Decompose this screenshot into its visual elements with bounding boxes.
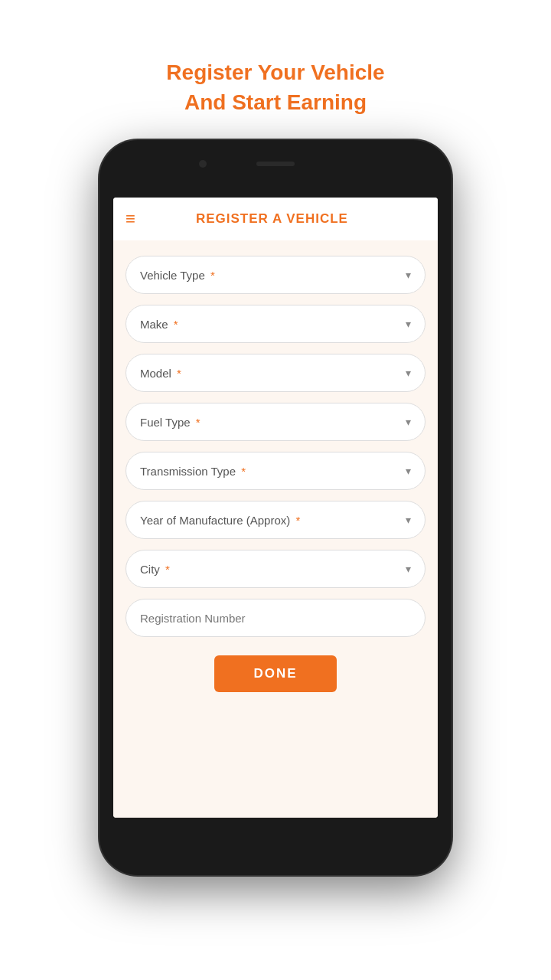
- phone-speaker: [256, 162, 295, 166]
- done-button[interactable]: DONE: [214, 655, 337, 692]
- chevron-down-icon: ▾: [406, 514, 411, 526]
- form-area: Vehicle Type * ▾ Make * ▾ Model * ▾: [113, 240, 438, 818]
- city-label: City *: [140, 563, 406, 576]
- required-star: *: [241, 465, 246, 478]
- chevron-down-icon: ▾: [406, 318, 411, 330]
- required-star: *: [295, 514, 300, 527]
- vehicle-type-label: Vehicle Type *: [140, 269, 406, 282]
- app-title: REGISTER A VEHICLE: [148, 211, 396, 227]
- hamburger-icon[interactable]: ≡: [126, 209, 135, 229]
- chevron-down-icon: ▾: [406, 465, 411, 477]
- required-star: *: [177, 367, 181, 380]
- make-label: Make *: [140, 318, 406, 331]
- chevron-down-icon: ▾: [406, 269, 411, 281]
- registration-number-input[interactable]: [140, 612, 411, 625]
- vehicle-type-dropdown[interactable]: Vehicle Type * ▾: [126, 256, 425, 294]
- year-of-manufacture-dropdown[interactable]: Year of Manufacture (Approx) * ▾: [126, 501, 425, 539]
- required-star: *: [174, 318, 178, 331]
- required-star: *: [210, 269, 215, 282]
- model-label: Model *: [140, 367, 406, 380]
- required-star: *: [196, 416, 201, 429]
- chevron-down-icon: ▾: [406, 563, 411, 575]
- phone-screen: ≡ REGISTER A VEHICLE Vehicle Type * ▾ Ma…: [113, 198, 438, 818]
- fuel-type-label: Fuel Type *: [140, 416, 406, 429]
- model-dropdown[interactable]: Model * ▾: [126, 354, 425, 392]
- fuel-type-dropdown[interactable]: Fuel Type * ▾: [126, 403, 425, 441]
- transmission-type-dropdown[interactable]: Transmission Type * ▾: [126, 452, 425, 490]
- make-dropdown[interactable]: Make * ▾: [126, 305, 425, 343]
- required-star: *: [165, 563, 170, 576]
- chevron-down-icon: ▾: [406, 416, 411, 428]
- chevron-down-icon: ▾: [406, 367, 411, 379]
- registration-number-field[interactable]: [126, 599, 425, 637]
- top-header-text: Register Your Vehicle And Start Earning: [0, 57, 551, 117]
- city-dropdown[interactable]: City * ▾: [126, 550, 425, 588]
- transmission-type-label: Transmission Type *: [140, 465, 406, 478]
- phone-mockup: ≡ REGISTER A VEHICLE Vehicle Type * ▾ Ma…: [99, 140, 452, 875]
- phone-camera: [199, 160, 207, 168]
- app-header: ≡ REGISTER A VEHICLE: [113, 198, 438, 240]
- year-of-manufacture-label: Year of Manufacture (Approx) *: [140, 514, 406, 527]
